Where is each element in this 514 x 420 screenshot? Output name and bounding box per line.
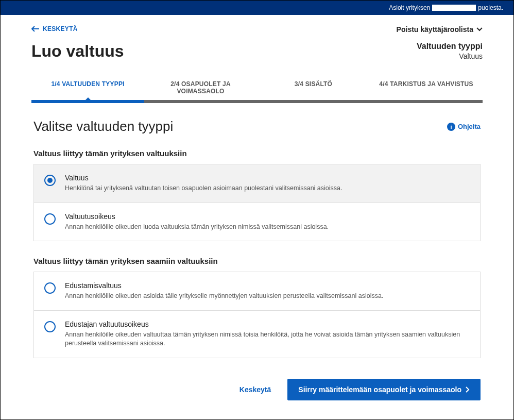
arrow-left-icon <box>31 26 40 32</box>
cancel-back-link[interactable]: KESKEYTÄ <box>31 25 78 32</box>
top-bar-suffix: puolesta. <box>478 4 503 11</box>
step-1[interactable]: 1/4 VALTUUDEN TYYPPI <box>31 75 144 100</box>
progress-arrow-icon <box>85 97 91 100</box>
role-dropdown-label: Poistu käyttäjäroolista <box>397 25 473 33</box>
step-3[interactable]: 3/4 SISÄLTÖ <box>257 75 370 100</box>
progress-seg-3 <box>257 100 370 103</box>
progress-bar <box>31 100 483 103</box>
chevron-right-icon <box>466 387 470 393</box>
radio-icon <box>44 175 56 186</box>
role-dropdown[interactable]: Poistu käyttäjäroolista <box>397 25 483 33</box>
back-link-label: KESKEYTÄ <box>43 25 78 32</box>
help-link-label: Ohjeita <box>458 123 481 130</box>
form-title: Valitse valtuuden tyyppi <box>33 119 173 135</box>
section-1-label: Valtuus liittyy tämän yrityksen valtuuks… <box>33 149 481 158</box>
progress-seg-4 <box>370 100 483 103</box>
option-valtuutusoikeus[interactable]: Valtuutusoikeus Annan henkilöille oikeud… <box>33 203 481 242</box>
help-link[interactable]: i Ohjeita <box>447 123 481 131</box>
option-title: Edustajan valtuutusoikeus <box>65 320 470 328</box>
page-title: Luo valtuus <box>31 42 124 61</box>
option-edustajan-valtuutusoikeus[interactable]: Edustajan valtuutusoikeus Annan henkilöi… <box>33 310 481 358</box>
svg-text:i: i <box>450 124 452 130</box>
option-group-b: Edustamisvaltuus Annan henkilöille oikeu… <box>33 272 481 358</box>
step-2[interactable]: 2/4 OSAPUOLET JA VOIMASSAOLO <box>144 75 257 100</box>
option-title: Valtuus <box>65 174 342 182</box>
option-title: Valtuutusoikeus <box>65 212 329 221</box>
progress-seg-1 <box>31 100 144 103</box>
top-info-bar: Asioit yrityksen puolesta. <box>1 1 513 15</box>
option-desc: Annan henkilöille oikeuden valtuuttaa tä… <box>65 330 470 348</box>
top-bar-prefix: Asioit yrityksen <box>389 4 430 11</box>
chevron-down-icon <box>476 27 483 31</box>
company-name-masked <box>432 5 476 11</box>
option-desc: Henkilönä tai yrityksenä valtuutan toise… <box>65 184 342 193</box>
option-group-a: Valtuus Henkilönä tai yrityksenä valtuut… <box>33 164 481 241</box>
radio-icon <box>44 321 56 332</box>
option-valtuus[interactable]: Valtuus Henkilönä tai yrityksenä valtuut… <box>33 164 481 203</box>
side-title-big: Valtuuden tyyppi <box>417 42 483 51</box>
info-icon: i <box>447 123 455 131</box>
step-4[interactable]: 4/4 TARKISTUS JA VAHVISTUS <box>370 75 483 100</box>
radio-icon <box>44 282 56 294</box>
option-title: Edustamisvaltuus <box>65 281 383 290</box>
radio-icon <box>44 213 56 225</box>
option-edustamisvaltuus[interactable]: Edustamisvaltuus Annan henkilöille oikeu… <box>33 272 481 310</box>
option-desc: Annan henkilöille oikeuden asioida tälle… <box>65 292 383 301</box>
side-title: Valtuuden tyyppi Valtuus <box>417 42 483 60</box>
next-button-label: Siirry määrittelemään osapuolet ja voima… <box>298 385 461 394</box>
cancel-button[interactable]: Keskeytä <box>232 380 279 399</box>
side-title-small: Valtuus <box>417 52 483 60</box>
stepper: 1/4 VALTUUDEN TYYPPI 2/4 OSAPUOLET JA VO… <box>31 75 483 100</box>
progress-seg-2 <box>144 100 257 103</box>
section-2-label: Valtuus liittyy tämän yrityksen saamiin … <box>33 257 481 265</box>
next-button[interactable]: Siirry määrittelemään osapuolet ja voima… <box>287 379 481 400</box>
option-desc: Annan henkilöille oikeuden luoda valtuuk… <box>65 223 329 232</box>
